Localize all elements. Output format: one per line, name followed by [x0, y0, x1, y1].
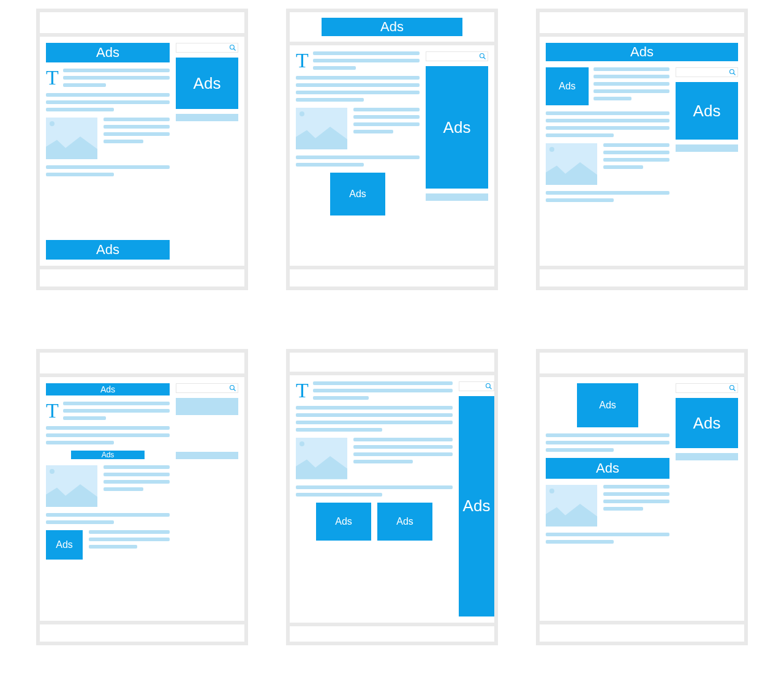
layout-card-6: Ads Ads Ads: [536, 349, 748, 645]
ad-square-left[interactable]: Ads: [546, 67, 589, 105]
search-icon: [485, 383, 492, 390]
sidebar: Ads: [176, 43, 238, 260]
ad-sidebar-square[interactable]: Ads: [676, 398, 738, 448]
ad-sidebar-square[interactable]: Ads: [176, 58, 238, 109]
search-icon: [479, 53, 486, 60]
ad-inline-square[interactable]: Ads: [330, 173, 385, 215]
ad-thin-top[interactable]: Ads: [46, 383, 170, 395]
layout-card-5: T Ads Ads Ads: [286, 349, 498, 645]
sidebar-stub: [176, 114, 238, 121]
sidebar: [176, 383, 238, 615]
svg-marker-3: [296, 127, 347, 149]
ad-banner-mid[interactable]: Ads: [546, 458, 669, 479]
layout-gallery: Ads T Ads Ads Ads T: [0, 0, 784, 661]
main-column: T Ads: [296, 51, 420, 260]
sidebar-stub: [426, 193, 488, 201]
search-input[interactable]: [176, 383, 238, 393]
search-input[interactable]: [459, 381, 494, 391]
sidebar-stub: [176, 452, 238, 459]
page-header: Ads: [290, 12, 494, 45]
ad-square-right[interactable]: Ads: [377, 503, 432, 541]
main-column: Ads T Ads: [46, 43, 170, 260]
page-header: [540, 12, 744, 37]
article-intro: T: [296, 51, 420, 70]
ad-square-top[interactable]: Ads: [577, 383, 638, 427]
page-footer: [540, 266, 744, 287]
ad-header-banner[interactable]: Ads: [322, 18, 462, 36]
search-input[interactable]: [426, 51, 488, 61]
ad-banner-top[interactable]: Ads: [46, 43, 170, 62]
main-column: T Ads Ads: [296, 381, 453, 616]
image-thumbnail: [46, 118, 97, 159]
search-icon: [229, 44, 236, 51]
main-column: Ads Ads: [546, 383, 669, 615]
sidebar: Ads: [676, 383, 738, 615]
page-header: [40, 12, 244, 37]
image-thumbnail: [296, 108, 347, 149]
page-footer: [40, 621, 244, 642]
image-thumbnail: [46, 465, 97, 507]
search-icon: [729, 69, 736, 76]
main-column: Ads T Ads Ads: [46, 383, 170, 615]
layout-card-1: Ads T Ads Ads: [36, 9, 248, 290]
svg-marker-2: [46, 137, 97, 159]
article-intro: T: [46, 402, 170, 420]
svg-marker-6: [296, 456, 347, 479]
main-column: Ads: [546, 67, 669, 260]
sidebar: Ads: [676, 67, 738, 260]
article-intro: T: [46, 69, 170, 87]
search-icon: [229, 384, 236, 392]
image-thumbnail: [546, 485, 597, 526]
article-intro: T: [296, 381, 453, 400]
ad-skyscraper[interactable]: Ads: [459, 396, 494, 616]
dropcap-letter: T: [296, 49, 309, 72]
page-header: [540, 353, 744, 377]
sidebar: Ads: [426, 51, 488, 260]
ad-sidebar-tall[interactable]: Ads: [426, 66, 488, 189]
svg-marker-7: [546, 504, 597, 526]
ad-banner-bottom[interactable]: Ads: [46, 240, 170, 260]
dropcap-letter: T: [46, 399, 59, 422]
sidebar: Ads: [459, 381, 494, 616]
ad-inline-thin[interactable]: Ads: [71, 451, 145, 459]
page-footer: [290, 266, 494, 287]
dropcap-letter: T: [296, 379, 309, 402]
dropcap-letter: T: [46, 66, 59, 89]
search-icon: [729, 384, 736, 392]
search-input[interactable]: [676, 383, 738, 393]
page-header: [40, 353, 244, 377]
layout-card-2: Ads T Ads Ads: [286, 9, 498, 290]
ad-square-left[interactable]: Ads: [316, 503, 371, 541]
page-header: [290, 353, 494, 375]
image-thumbnail: [296, 438, 347, 479]
svg-marker-5: [46, 484, 97, 507]
ad-thumb[interactable]: Ads: [46, 530, 83, 560]
sidebar-stub: [176, 398, 238, 415]
page-footer: [540, 621, 744, 642]
svg-marker-4: [546, 162, 597, 185]
page-footer: [290, 623, 494, 642]
image-thumbnail: [546, 143, 597, 185]
sidebar-stub: [676, 453, 738, 460]
sidebar-stub: [676, 144, 738, 152]
layout-card-3: Ads Ads Ads: [536, 9, 748, 290]
layout-card-4: Ads T Ads Ads: [36, 349, 248, 645]
page-footer: [40, 266, 244, 287]
search-input[interactable]: [176, 43, 238, 53]
ad-sidebar-square[interactable]: Ads: [676, 82, 738, 140]
ad-banner-top[interactable]: Ads: [546, 43, 738, 61]
search-input[interactable]: [676, 67, 738, 77]
